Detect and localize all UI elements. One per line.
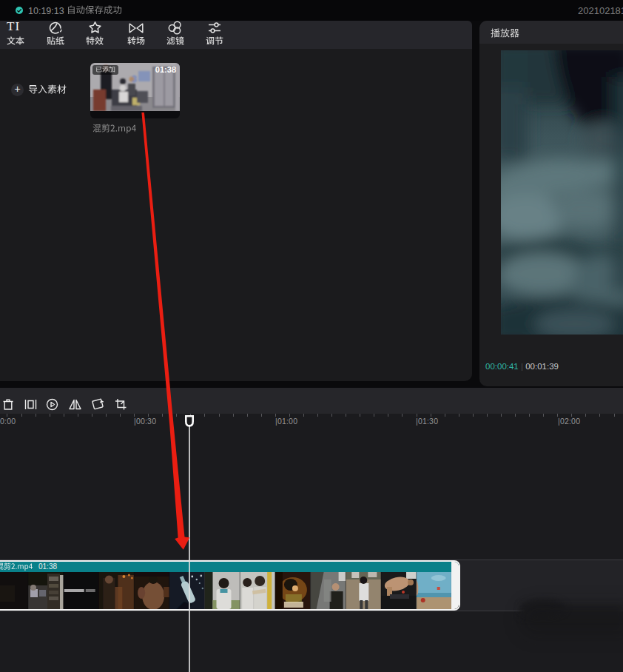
svg-text:3: 3 (132, 73, 137, 84)
